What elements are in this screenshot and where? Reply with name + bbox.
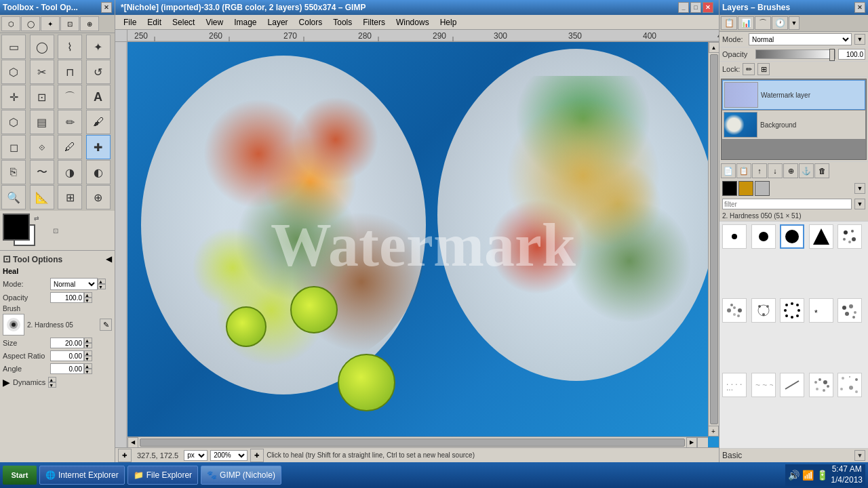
- swap-colors[interactable]: ⇄: [34, 215, 39, 222]
- menu-view[interactable]: View: [200, 16, 229, 28]
- toolbox-icon-5[interactable]: ⊕: [80, 16, 99, 31]
- layer-new-btn[interactable]: 📄: [721, 163, 736, 178]
- tool-dodge[interactable]: ◑: [58, 160, 82, 184]
- tool-rect-select[interactable]: ▭: [1, 35, 26, 59]
- brush-cell-11[interactable]: ... . . . . .: [722, 373, 747, 397]
- toolbox-icon-2[interactable]: ◯: [21, 16, 40, 31]
- history-tab-icon[interactable]: 🕐: [772, 16, 788, 30]
- tool-magnify[interactable]: ⊞: [58, 185, 82, 209]
- canvas-image[interactable]: Watermark: [127, 42, 719, 447]
- taskbar-ie[interactable]: 🌐 Internet Explorer: [39, 466, 125, 485]
- opacity-spin-up[interactable]: ▲: [84, 292, 92, 298]
- paths-tab-icon[interactable]: ⌒: [755, 16, 771, 30]
- tool-ellipse-select[interactable]: ◯: [30, 35, 54, 59]
- systray-battery-icon[interactable]: 🔋: [816, 470, 828, 481]
- foreground-color[interactable]: [3, 214, 30, 241]
- brush-filter-input[interactable]: [722, 199, 852, 209]
- angle-spin-up[interactable]: ▲: [84, 363, 92, 369]
- layer-anchor-btn[interactable]: ⚓: [799, 163, 814, 178]
- tool-clone[interactable]: ⎘: [1, 160, 26, 184]
- brush-cell-3-active[interactable]: [780, 224, 804, 249]
- status-icon[interactable]: ✚: [118, 449, 132, 462]
- tool-fuzzy-select[interactable]: ✦: [86, 35, 111, 59]
- tool-scissors[interactable]: ✂: [30, 60, 54, 84]
- status-heal-icon[interactable]: ✚: [250, 449, 264, 462]
- tool-blend[interactable]: ▤: [30, 110, 54, 134]
- aspect-spin-up[interactable]: ▲: [84, 350, 92, 356]
- menu-help[interactable]: Help: [435, 16, 462, 28]
- tool-desaturate[interactable]: ◐: [86, 160, 111, 184]
- layer-item-2[interactable]: Background: [722, 110, 865, 139]
- dynamics-expand[interactable]: ▶: [3, 377, 10, 388]
- scroll-left-btn[interactable]: ◀: [127, 437, 138, 448]
- layer-up-btn[interactable]: ↑: [752, 163, 767, 178]
- taskbar-gimp[interactable]: 🐾 GIMP (Nichole): [201, 466, 281, 485]
- taskbar-explorer[interactable]: 📁 File Explorer: [127, 466, 198, 485]
- toolbox-icon-4[interactable]: ⊡: [60, 16, 79, 31]
- scroll-h-thumb[interactable]: [140, 439, 685, 447]
- zoom-select[interactable]: 200% 100% 50%: [210, 450, 248, 461]
- layers-panel-close-btn[interactable]: ✕: [854, 2, 865, 13]
- size-spin-down[interactable]: ▼: [84, 343, 92, 348]
- scroll-v-thumb[interactable]: [710, 54, 718, 424]
- menu-image[interactable]: Image: [229, 16, 262, 28]
- brush-edit-btn[interactable]: ✎: [100, 319, 112, 331]
- toolbox-close-btn[interactable]: ✕: [101, 2, 112, 13]
- brush-cell-9[interactable]: *: [809, 298, 833, 323]
- tool-smudge[interactable]: 〜: [30, 160, 54, 184]
- tool-transform[interactable]: ↺: [86, 60, 111, 84]
- brush-cell-15[interactable]: [837, 373, 862, 397]
- reset-colors[interactable]: ⊡: [53, 227, 58, 235]
- tool-paintbrush[interactable]: 🖌: [86, 110, 111, 134]
- tool-measure[interactable]: 📐: [30, 185, 54, 209]
- dynamics-spin-down[interactable]: ▼: [48, 382, 56, 388]
- start-button[interactable]: Start: [3, 466, 37, 485]
- systray-network-icon[interactable]: 📶: [802, 470, 814, 481]
- color-patch-black[interactable]: [722, 181, 737, 196]
- brush-cell-4[interactable]: [809, 224, 833, 249]
- basic-expand-btn[interactable]: ▼: [854, 450, 865, 461]
- tool-move[interactable]: ✛: [1, 85, 26, 109]
- aspect-spin-down[interactable]: ▼: [84, 356, 92, 361]
- mode-spin-down[interactable]: ▼: [98, 284, 106, 289]
- brush-cell-14[interactable]: [809, 373, 833, 397]
- scroll-right-btn[interactable]: ▶: [686, 437, 697, 448]
- systray-clock[interactable]: 5:47 AM 1/4/2013: [831, 464, 863, 485]
- tool-paintbucket[interactable]: ⬡: [1, 110, 26, 134]
- tool-zoom[interactable]: 🔍: [1, 185, 26, 209]
- tool-pencil[interactable]: ✏: [58, 110, 82, 134]
- channels-tab-icon[interactable]: 📊: [738, 16, 754, 30]
- gimp-minimize-btn[interactable]: _: [678, 2, 689, 13]
- angle-spin-down[interactable]: ▼: [84, 369, 92, 374]
- tool-text[interactable]: A: [86, 85, 111, 109]
- filter-expand-btn[interactable]: ▼: [854, 199, 865, 209]
- brush-cell-12[interactable]: ~ ~ ~: [751, 373, 776, 397]
- gimp-maximize-btn[interactable]: □: [690, 2, 701, 13]
- scrollbar-vertical[interactable]: ▲ ▼: [708, 42, 719, 436]
- menu-file[interactable]: File: [118, 16, 142, 28]
- angle-input[interactable]: 0.00: [50, 363, 84, 374]
- brush-cell-2[interactable]: [751, 224, 776, 249]
- opacity-value-input[interactable]: [838, 49, 865, 60]
- tool-color-picker[interactable]: ⊕: [86, 185, 111, 209]
- systray-volume-icon[interactable]: 🔊: [788, 470, 800, 481]
- menu-select[interactable]: Select: [167, 16, 200, 28]
- layer-merge-btn[interactable]: ⊕: [783, 163, 798, 178]
- layer-item-1[interactable]: Watermark layer: [722, 80, 865, 110]
- menu-tools[interactable]: Tools: [328, 16, 357, 28]
- color-patches-menu-btn[interactable]: ▼: [854, 183, 865, 194]
- opacity-slider[interactable]: [755, 49, 835, 59]
- tool-free-select[interactable]: ⌇: [58, 35, 82, 59]
- scroll-up-btn[interactable]: ▲: [709, 42, 719, 53]
- menu-colors[interactable]: Colors: [294, 16, 328, 28]
- brush-cell-13[interactable]: [780, 373, 804, 397]
- gimp-close-btn[interactable]: ✕: [703, 2, 713, 13]
- brush-cell-8[interactable]: [780, 298, 804, 323]
- panel-settings-btn[interactable]: ▼: [789, 16, 800, 30]
- color-patch-gray[interactable]: [755, 181, 770, 196]
- canvas-zoom-corner[interactable]: +: [708, 426, 719, 436]
- brush-cell-10[interactable]: [837, 298, 862, 323]
- lock-pixels-btn[interactable]: ✏: [743, 63, 755, 75]
- size-spin-up[interactable]: ▲: [84, 338, 92, 343]
- toolbox-icon-1[interactable]: ⬡: [1, 16, 20, 31]
